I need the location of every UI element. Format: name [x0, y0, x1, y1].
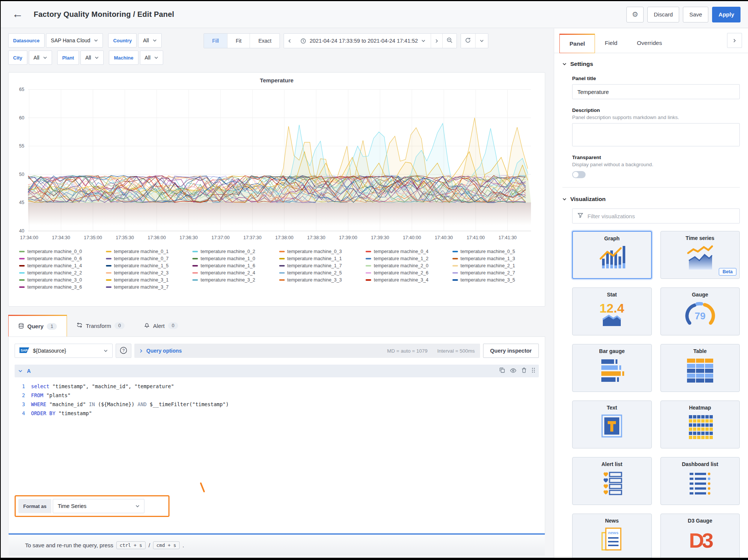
vis-card-alert-list[interactable]: Alert list [572, 457, 652, 505]
datasource-help-button[interactable]: ? [116, 344, 131, 358]
legend-swatch [192, 251, 198, 252]
vis-card-stat[interactable]: Stat 12.4 [572, 287, 652, 335]
disable-query-icon[interactable] [510, 368, 516, 374]
legend-item[interactable]: temperature machine_3_7 [106, 284, 190, 290]
legend-item[interactable]: temperature machine_0_4 [366, 249, 450, 254]
variable-value-dropdown[interactable]: SAP Hana Cloud [46, 33, 103, 48]
db-icon [18, 323, 24, 330]
tab-query[interactable]: Query 1 [8, 315, 67, 337]
variable-value-dropdown[interactable]: All [138, 33, 162, 48]
legend-item[interactable]: temperature machine_1_6 [192, 263, 277, 268]
visualization-grid: Graph Time series BetaStat 12.4 Gauge 79… [572, 231, 740, 558]
time-shift-back-button[interactable] [284, 34, 295, 48]
vis-card-title: Gauge [692, 292, 708, 298]
sql-editor[interactable]: 1select "timestamp", "machine_id", "temp… [15, 377, 539, 418]
legend-item[interactable]: temperature machine_0_6 [19, 256, 104, 261]
panel-settings-gear-button[interactable]: ⚙ [626, 7, 644, 22]
legend-item[interactable]: temperature machine_0_2 [192, 249, 277, 254]
query-card-header[interactable]: A [15, 365, 539, 377]
mode-fit[interactable]: Fit [227, 34, 250, 48]
sidebar-tab-overrides[interactable]: Overrides [627, 33, 672, 53]
variable-value-dropdown[interactable]: All [140, 51, 164, 65]
visualization-section-toggle[interactable]: Visualization [562, 196, 740, 203]
query-inspector-button[interactable]: Query inspector [483, 344, 539, 358]
legend-item[interactable]: temperature machine_3_5 [452, 277, 537, 283]
legend-item[interactable]: temperature machine_2_4 [192, 270, 277, 276]
save-button[interactable]: Save [683, 7, 708, 22]
vis-card-news[interactable]: News news [572, 514, 652, 558]
legend-item[interactable]: temperature machine_3_3 [279, 277, 364, 283]
vis-card-bar-gauge[interactable]: Bar gauge [572, 344, 652, 392]
mode-fill[interactable]: Fill [204, 34, 227, 48]
legend-swatch [366, 272, 371, 274]
legend-item[interactable]: temperature machine_2_7 [452, 270, 537, 276]
legend-item[interactable]: temperature machine_1_4 [19, 263, 104, 268]
vis-card-d3-gauge[interactable]: D3 Gauge D3 [660, 514, 740, 558]
legend-item[interactable]: temperature machine_3_0 [19, 277, 104, 283]
query-options-toggle[interactable]: Query options [146, 348, 182, 354]
legend-item[interactable]: temperature machine_1_1 [279, 256, 364, 261]
annotation-mark [200, 482, 205, 492]
variable-value-dropdown[interactable]: All [29, 51, 52, 65]
time-range-picker[interactable]: 2021-04-24 17:33:59 to 2021-04-24 17:41:… [295, 34, 430, 48]
filter-visualizations-input[interactable]: Filter visualizations [572, 209, 740, 223]
legend-item[interactable]: temperature machine_2_1 [452, 263, 537, 268]
vis-card-gauge[interactable]: Gauge 79 [660, 287, 740, 335]
svg-text:17:38:30: 17:38:30 [307, 235, 326, 240]
legend-item[interactable]: temperature machine_0_7 [106, 256, 190, 261]
legend-item[interactable]: temperature machine_3_4 [366, 277, 450, 283]
legend-item[interactable]: temperature machine_2_6 [366, 270, 450, 276]
panel-title-input[interactable] [572, 84, 740, 99]
description-label: Description [572, 107, 740, 113]
sidebar-tab-field[interactable]: Field [595, 33, 627, 53]
format-as-select[interactable]: Time Series [53, 499, 144, 513]
vis-card-table[interactable]: Table [660, 344, 740, 392]
refresh-interval-dropdown[interactable] [475, 34, 488, 48]
zoom-out-button[interactable] [442, 34, 457, 48]
legend-item[interactable]: temperature machine_0_5 [452, 249, 537, 254]
legend-item[interactable]: temperature machine_1_5 [106, 263, 190, 268]
tab-count: 1 [47, 323, 57, 330]
temperature-chart[interactable]: 40455055606517:34:0017:34:3017:35:0017:3… [9, 84, 540, 245]
apply-button[interactable]: Apply [712, 7, 741, 22]
legend-item[interactable]: temperature machine_0_1 [106, 249, 190, 254]
settings-section-toggle[interactable]: Settings [562, 61, 740, 67]
discard-button[interactable]: Discard [647, 7, 679, 22]
legend-item[interactable]: temperature machine_1_7 [279, 263, 364, 268]
legend-item[interactable]: temperature machine_0_0 [19, 249, 104, 254]
vis-card-text[interactable]: Text [572, 401, 652, 448]
refresh-button[interactable] [461, 34, 475, 48]
transparent-toggle[interactable] [572, 171, 586, 178]
legend-swatch [19, 258, 25, 259]
legend-item[interactable]: temperature machine_2_0 [366, 263, 450, 268]
legend-item[interactable]: temperature machine_0_3 [279, 249, 364, 254]
drag-handle-icon[interactable] [532, 368, 535, 374]
vis-card-graph[interactable]: Graph [572, 231, 652, 279]
legend-item[interactable]: temperature machine_3_2 [192, 277, 277, 283]
collapse-sidebar-button[interactable] [727, 33, 742, 48]
back-arrow-icon[interactable]: ← [8, 7, 27, 22]
legend-item[interactable]: temperature machine_3_6 [19, 284, 104, 290]
tab-alert[interactable]: Alert 0 [134, 315, 188, 337]
legend-item[interactable]: temperature machine_2_3 [106, 270, 190, 276]
vis-card-time-series[interactable]: Time series Beta [660, 231, 740, 279]
legend-item[interactable]: temperature machine_2_2 [19, 270, 104, 276]
tab-transform[interactable]: Transform 0 [67, 315, 134, 337]
legend-item[interactable]: temperature machine_1_3 [452, 256, 537, 261]
mode-exact[interactable]: Exact [250, 34, 280, 48]
duplicate-query-icon[interactable] [500, 368, 505, 374]
vis-card-dashboard-list[interactable]: Dashboard list [660, 457, 740, 505]
description-textarea[interactable] [572, 123, 740, 146]
sidebar-tab-panel[interactable]: Panel [559, 34, 595, 53]
delete-query-icon[interactable] [522, 368, 526, 374]
time-shift-forward-button[interactable] [431, 34, 442, 48]
datasource-picker[interactable]: SAP ${Datasource} [15, 344, 113, 358]
legend-item[interactable]: temperature machine_2_5 [279, 270, 364, 276]
variable-machine: Machine All [109, 51, 163, 65]
legend-item[interactable]: temperature machine_1_2 [366, 256, 450, 261]
legend-item[interactable]: temperature machine_3_1 [106, 277, 190, 283]
edit-panel-page: ← Factory Quality Monitoring / Edit Pane… [0, 0, 748, 560]
vis-card-heatmap[interactable]: Heatmap [660, 401, 740, 448]
variable-value-dropdown[interactable]: All [80, 51, 104, 65]
legend-item[interactable]: temperature machine_1_0 [192, 256, 277, 261]
